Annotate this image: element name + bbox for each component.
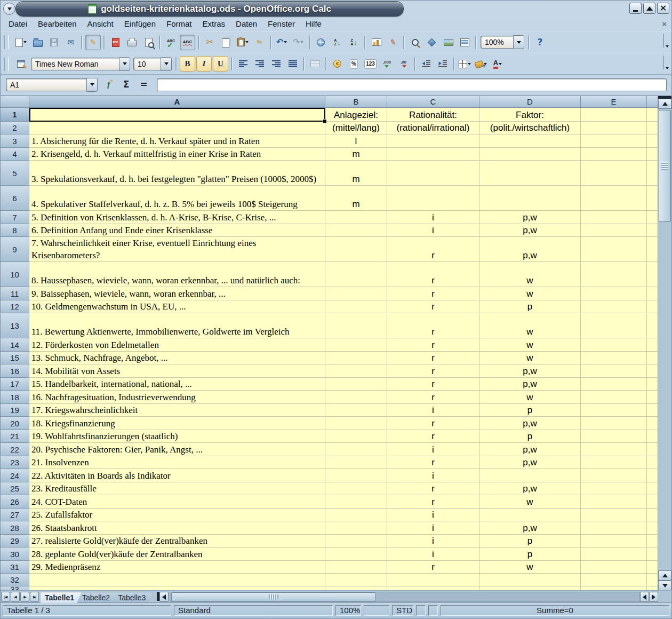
cell-F13[interactable] bbox=[647, 313, 658, 338]
cell-D7[interactable]: p,w bbox=[479, 211, 581, 224]
format-paintbrush-button[interactable]: ✎ bbox=[252, 35, 267, 50]
cell-D27[interactable] bbox=[479, 509, 581, 521]
align-justify-button[interactable] bbox=[285, 56, 300, 72]
paste-dropdown-icon[interactable] bbox=[245, 41, 249, 43]
row-header-6[interactable]: 6 bbox=[1, 186, 29, 211]
page-preview-button[interactable] bbox=[141, 35, 156, 50]
row-header-17[interactable]: 17 bbox=[1, 378, 29, 391]
cell-reference[interactable]: A1 bbox=[6, 78, 86, 91]
bold-button[interactable]: B bbox=[180, 56, 195, 72]
cell-B22[interactable] bbox=[325, 443, 387, 456]
cell-D11[interactable]: w bbox=[479, 287, 581, 300]
cell-D15[interactable]: w bbox=[479, 352, 581, 364]
cut-button[interactable]: ✂ bbox=[202, 35, 218, 50]
cell-E25[interactable] bbox=[581, 482, 647, 495]
cell-D5[interactable] bbox=[479, 161, 581, 186]
close-button[interactable] bbox=[657, 3, 669, 14]
cell-B17[interactable] bbox=[325, 378, 387, 391]
export-pdf-button[interactable] bbox=[108, 35, 123, 50]
italic-button[interactable]: I bbox=[196, 56, 212, 72]
document-as-email-button[interactable]: ✉ bbox=[63, 35, 78, 50]
cell-C25[interactable]: r bbox=[387, 482, 479, 495]
cell-A21[interactable]: 19. Wohlfahrtsfinanzierungen (staatlich) bbox=[29, 430, 325, 443]
cell-C14[interactable]: r bbox=[387, 338, 479, 352]
vertical-scrollbar-thumb[interactable] bbox=[659, 110, 671, 222]
data-sources-button[interactable] bbox=[457, 35, 473, 50]
next-sheet-button[interactable]: ▶ bbox=[20, 592, 29, 602]
cell-E22[interactable] bbox=[581, 443, 647, 456]
cell-B23[interactable] bbox=[325, 456, 387, 469]
scroll-left-button-right[interactable] bbox=[640, 592, 649, 602]
last-sheet-button[interactable]: ▶| bbox=[30, 592, 39, 602]
row-header-10[interactable]: 10 bbox=[1, 262, 29, 287]
cell-A20[interactable]: 18. Kriegsfinanzierung bbox=[29, 417, 325, 430]
cell-E28[interactable] bbox=[581, 521, 647, 535]
edit-file-button[interactable]: ✎ bbox=[85, 35, 101, 50]
gallery-button[interactable] bbox=[441, 35, 456, 50]
cell-B12[interactable] bbox=[325, 300, 387, 313]
cell-A17[interactable]: 15. Handelbarkeit, international, nation… bbox=[29, 378, 325, 391]
status-selection-mode[interactable]: STD bbox=[392, 605, 413, 616]
cell-A15[interactable]: 13. Schmuck, Nachfrage, Angebot, ... bbox=[29, 352, 325, 364]
undo-dropdown-icon[interactable] bbox=[283, 41, 287, 43]
cell-A24[interactable]: 22. Aktivitäten in Boards als Indikator bbox=[29, 469, 325, 482]
previous-sheet-button[interactable]: ◀ bbox=[11, 592, 20, 602]
cell-A10[interactable]: 8. Haussephasen, wieviele, wann, woran e… bbox=[29, 262, 325, 287]
paste-button[interactable] bbox=[235, 35, 251, 50]
cell-E9[interactable] bbox=[581, 237, 647, 262]
status-sheet-info[interactable]: Tabelle 1 / 3 bbox=[3, 605, 171, 616]
cell-E16[interactable] bbox=[581, 364, 647, 378]
cell-D9[interactable]: p,w bbox=[479, 237, 581, 262]
maximize-button[interactable] bbox=[643, 3, 655, 14]
cell-C28[interactable]: i bbox=[387, 521, 479, 535]
cell-E1[interactable] bbox=[581, 108, 647, 122]
cell-C7[interactable]: i bbox=[387, 211, 479, 224]
cell-D14[interactable]: w bbox=[479, 338, 581, 352]
menu-hilfe[interactable]: Hilfe bbox=[301, 18, 326, 30]
cell-E11[interactable] bbox=[581, 287, 647, 300]
cell-A22[interactable]: 20. Psychische Faktoren: Gier, Panik, An… bbox=[29, 443, 325, 456]
undo-button[interactable]: ↶ bbox=[274, 35, 290, 50]
cell-F28[interactable] bbox=[647, 521, 658, 535]
column-header-e[interactable]: E bbox=[581, 96, 647, 108]
row-header-31[interactable]: 31 bbox=[1, 561, 29, 574]
cell-F24[interactable] bbox=[647, 469, 658, 482]
cell-C11[interactable]: r bbox=[387, 287, 479, 300]
font-name-combobox[interactable]: Times New Roman bbox=[31, 57, 130, 71]
cell-A8[interactable]: 6. Definition Anfang und Ende einer Kris… bbox=[29, 224, 325, 237]
cell-F25[interactable] bbox=[647, 482, 658, 495]
cell-F23[interactable] bbox=[647, 456, 658, 469]
cell-C27[interactable]: i bbox=[387, 509, 479, 521]
row-header-19[interactable]: 19 bbox=[1, 404, 29, 417]
cell-F10[interactable] bbox=[647, 262, 658, 287]
column-header-b[interactable]: B bbox=[325, 96, 387, 108]
cell-B29[interactable] bbox=[325, 535, 387, 547]
row-header-14[interactable]: 14 bbox=[1, 338, 29, 352]
cell-C6[interactable] bbox=[387, 186, 479, 211]
cell-F1[interactable] bbox=[647, 108, 658, 122]
cell-F21[interactable] bbox=[647, 430, 658, 443]
cell-E26[interactable] bbox=[581, 495, 647, 509]
cell-C8[interactable]: i bbox=[387, 224, 479, 237]
row-header-4[interactable]: 4 bbox=[1, 148, 29, 161]
cell-F22[interactable] bbox=[647, 443, 658, 456]
cell-C24[interactable]: i bbox=[387, 469, 479, 482]
cell-D20[interactable]: p,w bbox=[479, 417, 581, 430]
menu-ansicht[interactable]: Ansicht bbox=[83, 18, 118, 30]
cell-F3[interactable] bbox=[647, 134, 658, 148]
zoom-value[interactable]: 100% bbox=[481, 36, 513, 49]
row-header-21[interactable]: 21 bbox=[1, 430, 29, 443]
chart-button[interactable] bbox=[369, 35, 384, 50]
increase-indent-button[interactable] bbox=[435, 56, 450, 72]
cell-C31[interactable]: r bbox=[387, 561, 479, 574]
cell-C3[interactable] bbox=[387, 134, 479, 148]
row-header-16[interactable]: 16 bbox=[1, 364, 29, 378]
cell-A4[interactable]: 2. Krisengeld, d. h. Verkauf mittelfrist… bbox=[29, 148, 325, 161]
cell-C21[interactable]: r bbox=[387, 430, 479, 443]
cell-E12[interactable] bbox=[581, 300, 647, 313]
cell-E5[interactable] bbox=[581, 161, 647, 186]
row-header-18[interactable]: 18 bbox=[1, 391, 29, 404]
cell-B13[interactable] bbox=[325, 313, 387, 338]
row-header-9[interactable]: 9 bbox=[1, 237, 29, 262]
status-page-style[interactable]: Standard bbox=[174, 605, 333, 616]
